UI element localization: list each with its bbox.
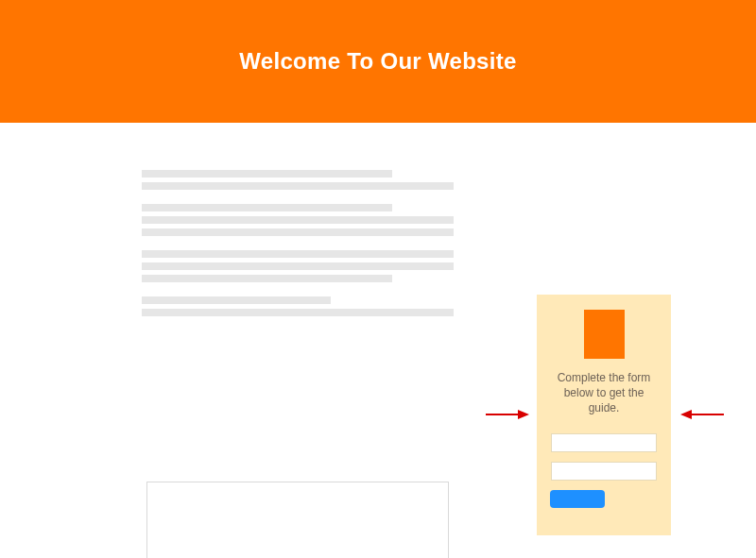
page-header: Welcome To Our Website [0,0,756,123]
text-line [142,309,454,316]
text-line [142,262,454,270]
article-placeholder [142,170,454,321]
page-title: Welcome To Our Website [239,48,516,75]
text-line [142,182,454,190]
form-submit-button[interactable] [550,490,605,508]
text-line [142,170,392,178]
lead-form-card: Complete the form below to get the guide… [537,295,671,535]
svg-marker-3 [680,410,692,419]
form-input-2[interactable] [551,462,657,481]
form-logo-icon [584,310,625,359]
text-line [142,228,454,236]
text-line [142,296,331,304]
form-input-1[interactable] [551,433,657,452]
arrow-left-icon [680,409,726,420]
form-prompt: Complete the form below to get the guide… [550,370,658,416]
arrow-right-icon [484,409,529,420]
embed-placeholder [146,482,449,558]
page-content: Complete the form below to get the guide… [0,123,756,170]
svg-marker-1 [518,410,529,419]
text-line [142,250,454,258]
text-line [142,216,454,224]
text-line [142,204,392,211]
text-line [142,275,392,282]
